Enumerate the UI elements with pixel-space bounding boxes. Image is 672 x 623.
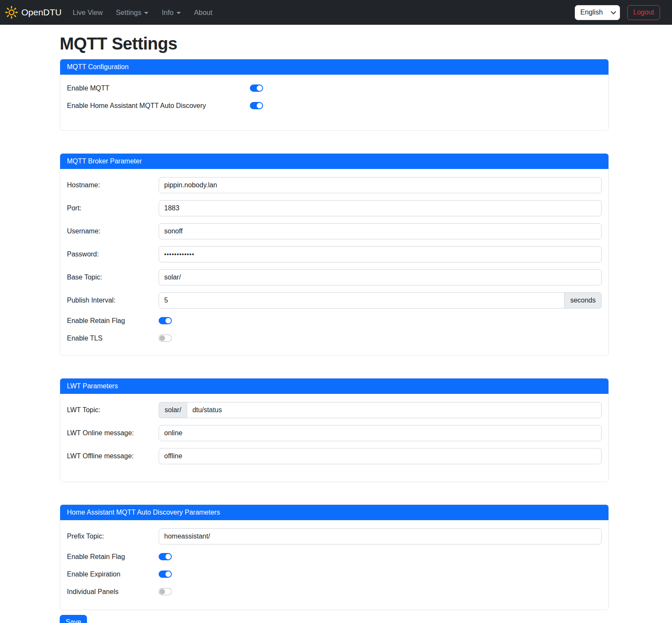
card-header-lwt-parameters: LWT Parameters <box>60 378 608 394</box>
nav-item-info[interactable]: Info <box>158 5 184 20</box>
enable-mqtt-toggle[interactable] <box>250 84 263 92</box>
lwt-online-label: LWT Online message: <box>67 429 159 437</box>
enable-expiration-toggle[interactable] <box>159 571 172 578</box>
hostname-input[interactable] <box>159 177 602 193</box>
lwt-topic-row: LWT Topic: solar/ <box>67 402 602 418</box>
nav-item-info-label: Info <box>162 9 174 17</box>
individual-panels-toggle[interactable] <box>159 588 172 595</box>
hostname-row: Hostname: <box>67 177 602 193</box>
lwt-online-row: LWT Online message: <box>67 425 602 441</box>
save-button[interactable]: Save <box>60 615 87 623</box>
page-title: MQTT Settings <box>60 34 609 53</box>
lwt-topic-label: LWT Topic: <box>67 406 159 414</box>
lwt-online-input[interactable] <box>159 425 602 441</box>
broker-retain-row: Enable Retain Flag <box>67 315 602 326</box>
username-label: Username: <box>67 227 159 235</box>
card-mqtt-broker-parameter: MQTT Broker Parameter Hostname: Port: Us… <box>60 153 609 356</box>
publish-interval-input[interactable] <box>159 292 565 309</box>
card-hass-discovery-parameters: Home Assistant MQTT Auto Discovery Param… <box>60 504 609 610</box>
publish-interval-row: Publish Interval: seconds <box>67 292 602 309</box>
nav-item-settings[interactable]: Settings <box>113 5 152 20</box>
enable-ha-discovery-label: Enable Home Assistant MQTT Auto Discover… <box>67 102 250 110</box>
base-topic-label: Base Topic: <box>67 274 159 281</box>
broker-tls-row: Enable TLS <box>67 333 602 344</box>
seconds-suffix: seconds <box>565 292 602 309</box>
prefix-topic-row: Prefix Topic: <box>67 528 602 544</box>
port-input[interactable] <box>159 200 602 216</box>
enable-tls-toggle[interactable] <box>159 335 172 342</box>
nav-item-about-label: About <box>194 9 212 17</box>
username-row: Username: <box>67 223 602 239</box>
language-select[interactable]: English <box>575 5 620 20</box>
enable-retain-flag-toggle[interactable] <box>159 317 172 324</box>
caret-down-icon <box>144 12 148 14</box>
base-topic-row: Base Topic: <box>67 269 602 285</box>
navbar-right: English Logout <box>575 5 660 20</box>
enable-mqtt-label: Enable MQTT <box>67 84 250 92</box>
lwt-offline-label: LWT Offline message: <box>67 452 159 460</box>
logout-button[interactable]: Logout <box>627 5 660 20</box>
nav-item-live-view-label: Live View <box>73 9 103 17</box>
nav-item-about[interactable]: About <box>191 5 216 20</box>
enable-ha-discovery-toggle[interactable] <box>250 102 263 109</box>
main-content: MQTT Settings MQTT Configuration Enable … <box>60 25 609 623</box>
hass-expiration-row: Enable Expiration <box>67 569 602 579</box>
brand-link[interactable]: OpenDTU <box>5 6 62 19</box>
hass-retain-label: Enable Retain Flag <box>67 553 159 561</box>
brand-label: OpenDTU <box>21 7 62 17</box>
lwt-topic-prefix: solar/ <box>159 402 187 418</box>
card-header-mqtt-broker-parameter: MQTT Broker Parameter <box>60 154 608 169</box>
language-select-value: English <box>580 9 602 16</box>
card-lwt-parameters: LWT Parameters LWT Topic: solar/ LWT Onl… <box>60 378 609 482</box>
nav-item-live-view[interactable]: Live View <box>70 5 106 20</box>
publish-interval-label: Publish Interval: <box>67 297 159 304</box>
port-label: Port: <box>67 204 159 212</box>
password-label: Password: <box>67 250 159 258</box>
password-row: Password: <box>67 246 602 262</box>
broker-tls-label: Enable TLS <box>67 335 159 342</box>
hass-retain-flag-toggle[interactable] <box>159 553 172 560</box>
password-input[interactable] <box>159 246 602 262</box>
card-header-hass-discovery-parameters: Home Assistant MQTT Auto Discovery Param… <box>60 505 608 520</box>
username-input[interactable] <box>159 223 602 239</box>
prefix-topic-label: Prefix Topic: <box>67 533 159 540</box>
enable-mqtt-row: Enable MQTT <box>67 83 602 93</box>
port-row: Port: <box>67 200 602 216</box>
lwt-topic-input[interactable] <box>187 402 602 418</box>
card-header-mqtt-configuration: MQTT Configuration <box>60 59 608 75</box>
enable-ha-discovery-row: Enable Home Assistant MQTT Auto Discover… <box>67 100 602 111</box>
hass-expiration-label: Enable Expiration <box>67 571 159 578</box>
base-topic-input[interactable] <box>159 269 602 285</box>
caret-down-icon <box>177 12 181 14</box>
individual-panels-label: Individual Panels <box>67 588 159 596</box>
broker-retain-label: Enable Retain Flag <box>67 317 159 325</box>
chevron-down-icon <box>611 9 616 15</box>
individual-panels-row: Individual Panels <box>67 586 602 597</box>
nav-item-settings-label: Settings <box>116 9 142 17</box>
hostname-label: Hostname: <box>67 181 159 189</box>
hass-retain-row: Enable Retain Flag <box>67 551 602 562</box>
navbar: OpenDTU Live View Settings Info About En… <box>0 0 672 25</box>
card-mqtt-configuration: MQTT Configuration Enable MQTT Enable Ho… <box>60 59 609 131</box>
lwt-offline-input[interactable] <box>159 448 602 464</box>
nav-links: Live View Settings Info About <box>70 5 223 20</box>
sun-icon <box>5 6 18 19</box>
lwt-offline-row: LWT Offline message: <box>67 448 602 464</box>
prefix-topic-input[interactable] <box>159 528 602 544</box>
